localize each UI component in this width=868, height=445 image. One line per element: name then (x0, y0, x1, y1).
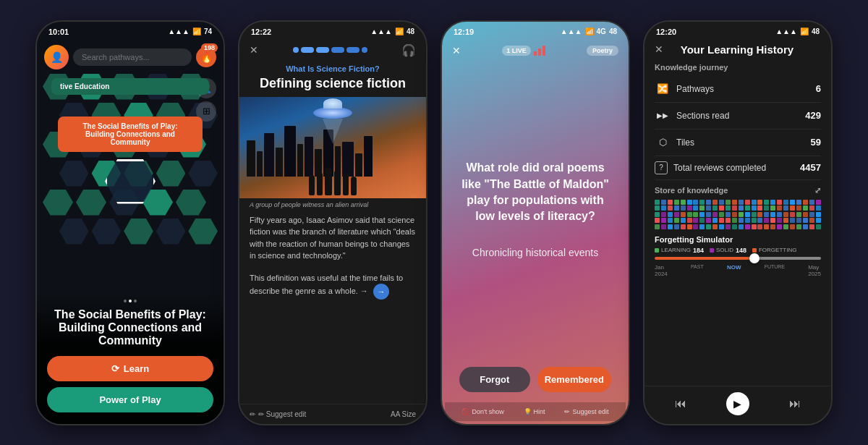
time-4: 12:20 (656, 27, 676, 36)
kg-cell (739, 224, 744, 229)
stat-tiles: ⬡ Tiles 59 (655, 130, 821, 156)
article-text-2: This definition was useful at the time f… (239, 269, 426, 303)
hint-icon: 💡 (524, 408, 532, 415)
kg-cell (681, 218, 686, 223)
kg-cell (803, 205, 808, 211)
slider-track[interactable] (655, 257, 821, 260)
status-bar-4: 12:20 ▲▲▲ 📶 48 (644, 22, 831, 39)
play-button-4[interactable]: ▶ (726, 392, 749, 415)
suggest-action[interactable]: ✏ Suggest edit (564, 408, 608, 415)
status-bar-3: 12:19 ▲▲▲ 📶 4G 48 (442, 22, 629, 39)
kg-cell (764, 212, 769, 217)
dot-2 (129, 300, 132, 302)
forgetting-sim: Forgetting Simulator LEARNING 184 SOLID … (644, 232, 831, 280)
dot-3 (134, 300, 137, 302)
kg-cell (719, 212, 724, 217)
tiles-value: 59 (811, 137, 821, 148)
kg-cell (719, 224, 724, 229)
learn-button[interactable]: ⟳ Learn (47, 356, 213, 381)
kg-cell (745, 218, 750, 223)
headphone-icon[interactable]: 🎧 (401, 43, 416, 57)
time-1: 10:01 (48, 27, 69, 36)
size-btn[interactable]: AA Size (391, 410, 416, 418)
kg-cell (783, 205, 788, 211)
skip-back-icon[interactable]: ⏮ (675, 397, 686, 410)
question-text: What role did oral poems like "The Battl… (459, 160, 611, 225)
prog-dot-4 (331, 47, 344, 53)
kg-cell (764, 218, 769, 223)
bar-1 (534, 51, 537, 56)
avatar[interactable]: 👤 (44, 45, 69, 69)
slider-thumb[interactable] (749, 253, 760, 263)
kg-cell (699, 200, 705, 205)
kg-cell (712, 205, 718, 211)
stat-sections: ▶▶ Sections read 429 (655, 103, 821, 130)
kg-cell (777, 205, 782, 211)
status-bar-1: 10:01 ▲▲▲ 📶 74 (37, 22, 224, 39)
kg-cell (757, 224, 762, 229)
tiles-icon: ⬡ (655, 135, 671, 151)
tiles-label: Tiles (676, 137, 694, 148)
kg-cell (732, 212, 737, 217)
suggest-edit-btn[interactable]: ✏ ✏ Suggest edit (250, 410, 306, 418)
phone2-footer: ✏ ✏ Suggest edit AA Size (239, 404, 426, 424)
kg-cell (809, 205, 814, 211)
dont-show-action[interactable]: 🚫 Don't show (461, 408, 503, 415)
kg-cell (764, 200, 769, 205)
play-label: Power of Play (99, 394, 161, 405)
kg-cell (739, 212, 744, 217)
kg-cell (681, 205, 686, 211)
kg-cell (752, 212, 757, 217)
learn-label: Learn (124, 363, 149, 374)
prog-dot-5 (346, 47, 359, 53)
kg-cell (764, 205, 769, 211)
kg-cell (732, 224, 737, 229)
reviews-icon: ? (655, 161, 668, 174)
battery-2: 48 (407, 27, 414, 35)
forgot-button[interactable]: Forgot (459, 367, 530, 392)
phone1-bottom: The Social Benefits of Play: Building Co… (37, 292, 224, 424)
play-button[interactable]: Power of Play (47, 387, 213, 412)
status-bar-2: 12:22 ▲▲▲ 📶 48 (239, 22, 426, 39)
phone4-header: ✕ Your Learning History (644, 39, 831, 59)
reviews-label: Total reviews completed (673, 163, 766, 173)
skip-forward-icon[interactable]: ⏭ (789, 397, 801, 410)
search-input[interactable] (73, 48, 192, 66)
kg-cell (668, 218, 673, 223)
stat-reviews: ? Total reviews completed 4457 (655, 156, 821, 180)
remembered-button[interactable]: Remembered (537, 367, 611, 392)
kg-cell (699, 224, 705, 229)
phone4-content: ✕ Your Learning History Knowledge journe… (644, 39, 831, 424)
next-arrow[interactable]: → (373, 284, 389, 300)
course-card[interactable]: The Social Benefits of Play: Building Co… (58, 116, 203, 152)
close-button-2[interactable]: ✕ (250, 44, 258, 56)
date-end: May2025 (808, 264, 821, 277)
hint-action[interactable]: 💡 Hint (524, 408, 545, 415)
prog-dot-1 (293, 47, 299, 53)
close-button-4[interactable]: ✕ (655, 43, 663, 55)
kg-cell (816, 224, 821, 229)
phone3-footer: 🚫 Don't show 💡 Hint ✏ Suggest edit (445, 402, 626, 421)
kg-cell (655, 212, 660, 217)
kg-cell (661, 200, 666, 205)
kg-cell (783, 218, 788, 223)
kg-cell (674, 218, 679, 223)
pathways-label: Pathways (676, 84, 714, 94)
phone-2: 12:22 ▲▲▲ 📶 48 ✕ 🎧 What Is Science Ficti… (238, 20, 427, 425)
expand-icon[interactable]: ⤢ (814, 186, 821, 195)
legend-forgetting: FORGETTING (752, 247, 796, 253)
kg-cell (706, 224, 711, 229)
kg-cell (661, 218, 666, 223)
suggest-icon: ✏ (564, 408, 570, 415)
kg-cell (757, 218, 762, 223)
kg-cell (674, 200, 679, 205)
kg-cell (732, 218, 737, 223)
kg-cell (803, 212, 808, 217)
signal-2: ▲▲▲ (370, 27, 392, 35)
battery-1: 74 (204, 27, 212, 35)
sim-dates: Jan2024 PAST NOW FUTURE May2025 (655, 264, 821, 277)
close-button-3[interactable]: ✕ (452, 45, 461, 56)
kg-cell (674, 205, 679, 211)
kg-cell (693, 212, 698, 217)
kg-cell (719, 200, 724, 205)
